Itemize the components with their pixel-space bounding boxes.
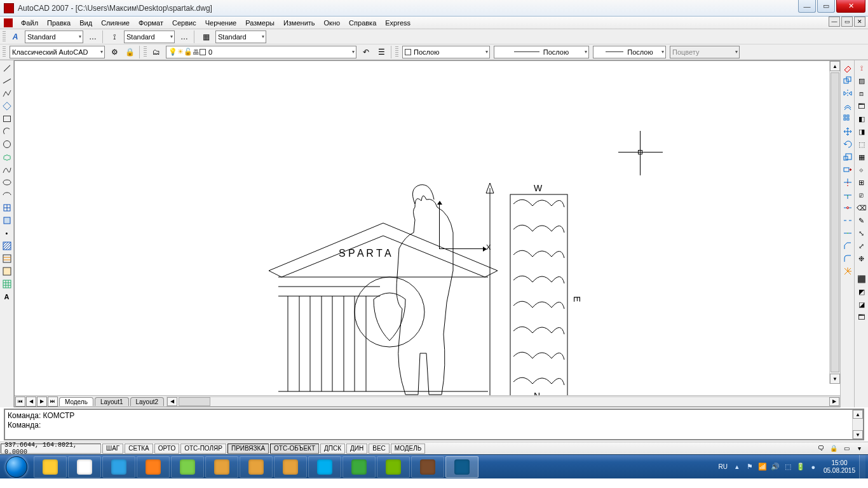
status-menu-icon[interactable]: ▾ bbox=[854, 444, 864, 454]
maximize-button[interactable]: ▭ bbox=[817, 0, 835, 13]
insert-block-tool[interactable] bbox=[1, 202, 13, 214]
menu-window[interactable]: Окно bbox=[320, 18, 345, 28]
mirror-tool[interactable] bbox=[842, 88, 853, 99]
taskbar-app-explorer[interactable] bbox=[34, 456, 67, 478]
ellipse-tool[interactable] bbox=[1, 177, 13, 188]
extend-tool[interactable] bbox=[842, 189, 853, 201]
toolbar-grip[interactable] bbox=[3, 31, 6, 43]
mdi-minimize[interactable]: — bbox=[829, 17, 840, 27]
layer-states-icon[interactable]: ☰ bbox=[374, 46, 388, 58]
et12-tool[interactable]: ❉ bbox=[856, 253, 867, 264]
ellipse-arc-tool[interactable] bbox=[1, 189, 13, 201]
mdi-close[interactable]: ✕ bbox=[854, 17, 865, 27]
rotate-tool[interactable] bbox=[842, 139, 853, 150]
gradient-tool[interactable] bbox=[1, 253, 13, 264]
status-toggle-дпск[interactable]: ДПСК bbox=[320, 444, 345, 454]
et7-tool[interactable]: ⎚ bbox=[856, 189, 867, 201]
et13-tool[interactable] bbox=[856, 266, 867, 272]
mtext-tool[interactable]: A bbox=[1, 291, 13, 302]
polyline-tool[interactable] bbox=[1, 88, 13, 99]
et16-tool[interactable]: ◪ bbox=[856, 299, 867, 310]
join-tool[interactable] bbox=[842, 227, 853, 239]
command-window[interactable]: Команда: КОМСТР Команда: ▲ ▼ bbox=[4, 409, 864, 440]
region-tool[interactable] bbox=[1, 266, 13, 277]
dimstyle-icon[interactable]: ⟟ bbox=[107, 30, 121, 43]
status-toggle-отс-поляр[interactable]: ОТС-ПОЛЯР bbox=[180, 444, 226, 454]
menu-help[interactable]: Справка bbox=[344, 18, 381, 28]
show-desktop-button[interactable] bbox=[859, 455, 865, 479]
polygon-tool[interactable] bbox=[1, 100, 13, 112]
tablestyle-icon[interactable]: ▦ bbox=[199, 30, 213, 43]
tab-model[interactable]: Модель bbox=[59, 397, 93, 406]
comm-center-icon[interactable]: 🗨 bbox=[816, 444, 826, 454]
make-block-tool[interactable] bbox=[1, 215, 13, 226]
menu-edit[interactable]: Правка bbox=[43, 18, 75, 28]
point-tool[interactable]: • bbox=[1, 227, 13, 239]
dist-tool[interactable]: ⟟ bbox=[856, 62, 867, 74]
calc-tool[interactable]: 🗔 bbox=[856, 100, 867, 112]
scroll-left-button[interactable]: ◀ bbox=[167, 397, 177, 406]
stretch-tool[interactable] bbox=[842, 164, 853, 175]
status-toggle-шаг[interactable]: ШАГ bbox=[102, 444, 123, 454]
et8-tool[interactable]: ⌫ bbox=[856, 202, 867, 214]
tab-first-button[interactable]: ⏮ bbox=[15, 396, 25, 407]
taskbar-app-folder3[interactable] bbox=[274, 456, 307, 478]
dimstyle-manager-icon[interactable]: … bbox=[177, 30, 191, 43]
menu-file[interactable]: Файл bbox=[17, 18, 43, 28]
menu-format[interactable]: Формат bbox=[134, 18, 168, 28]
toolbar-grip[interactable] bbox=[395, 46, 398, 58]
et5-tool[interactable]: ⟐ bbox=[856, 164, 867, 175]
taskbar-app-folder1[interactable] bbox=[205, 456, 238, 478]
plotstyle-combo[interactable]: Поцвету▾ bbox=[670, 46, 740, 58]
menu-express[interactable]: Express bbox=[381, 18, 415, 28]
status-toggle-орто[interactable]: ОРТО bbox=[154, 444, 179, 454]
move-tool[interactable] bbox=[842, 126, 853, 137]
action-center-icon[interactable]: ⚑ bbox=[745, 462, 755, 472]
et3-tool[interactable]: ⬚ bbox=[856, 139, 867, 150]
ray-tool[interactable] bbox=[1, 75, 13, 86]
tab-last-button[interactable]: ⏭ bbox=[48, 396, 58, 407]
command-scrollbar[interactable]: ▲ ▼ bbox=[852, 410, 863, 439]
textstyle-manager-icon[interactable]: … bbox=[86, 30, 100, 43]
menu-tools[interactable]: Сервис bbox=[168, 18, 201, 28]
lock-ui-icon[interactable]: 🔒 bbox=[829, 444, 839, 454]
et4-tool[interactable]: ▦ bbox=[856, 151, 867, 163]
menu-insert[interactable]: Слияние bbox=[97, 18, 134, 28]
fillet-tool[interactable] bbox=[842, 253, 853, 264]
break-tool[interactable] bbox=[842, 215, 853, 226]
language-indicator[interactable]: RU bbox=[715, 462, 730, 471]
hscroll-thumb[interactable] bbox=[179, 397, 210, 406]
taskbar-app-skype[interactable] bbox=[308, 456, 341, 478]
workspace-lock-icon[interactable]: 🔒 bbox=[123, 46, 137, 58]
minimize-button[interactable]: — bbox=[798, 0, 816, 13]
taskbar-app-winrar[interactable] bbox=[411, 456, 444, 478]
tray-icon-1[interactable]: ⬚ bbox=[783, 462, 793, 472]
taskbar-app-nvidia[interactable] bbox=[377, 456, 410, 478]
status-toggle-дин[interactable]: ДИН bbox=[346, 444, 367, 454]
tablestyle-combo[interactable]: Standard▾ bbox=[215, 30, 266, 43]
trim-tool[interactable] bbox=[842, 177, 853, 188]
status-toggle-сетка[interactable]: СЕТКА bbox=[125, 444, 153, 454]
tab-next-button[interactable]: ▶ bbox=[37, 396, 47, 407]
status-toggle-отс-объект[interactable]: ОТС-ОБЪЕКТ bbox=[270, 444, 319, 454]
taskbar-app-folder2[interactable] bbox=[240, 456, 273, 478]
qselect-tool[interactable]: ⧈ bbox=[856, 88, 867, 99]
textstyle-combo[interactable]: Standard▾ bbox=[25, 30, 83, 43]
tab-prev-button[interactable]: ◀ bbox=[26, 396, 36, 407]
et14-tool[interactable]: ⬛ bbox=[856, 273, 867, 285]
mdi-restore[interactable]: ▭ bbox=[841, 17, 853, 27]
explode-tool[interactable] bbox=[842, 266, 853, 277]
spline-tool[interactable] bbox=[1, 164, 13, 175]
taskbar-app-chrome[interactable] bbox=[68, 456, 101, 478]
tray-icon-2[interactable]: 🔋 bbox=[796, 462, 806, 472]
arc-tool[interactable] bbox=[1, 126, 13, 137]
et17-tool[interactable]: 🗔 bbox=[856, 311, 867, 323]
array-tool[interactable] bbox=[842, 113, 853, 125]
workspace-combo[interactable]: Классический AutoCAD▾ bbox=[10, 46, 105, 58]
tray-chevron-icon[interactable]: ▴ bbox=[732, 462, 742, 472]
table-tool[interactable] bbox=[1, 278, 13, 290]
scroll-up-button[interactable]: ▲ bbox=[830, 61, 840, 71]
revcloud-tool[interactable] bbox=[1, 151, 13, 163]
et15-tool[interactable]: ◩ bbox=[856, 286, 867, 297]
line-tool[interactable] bbox=[1, 62, 13, 74]
